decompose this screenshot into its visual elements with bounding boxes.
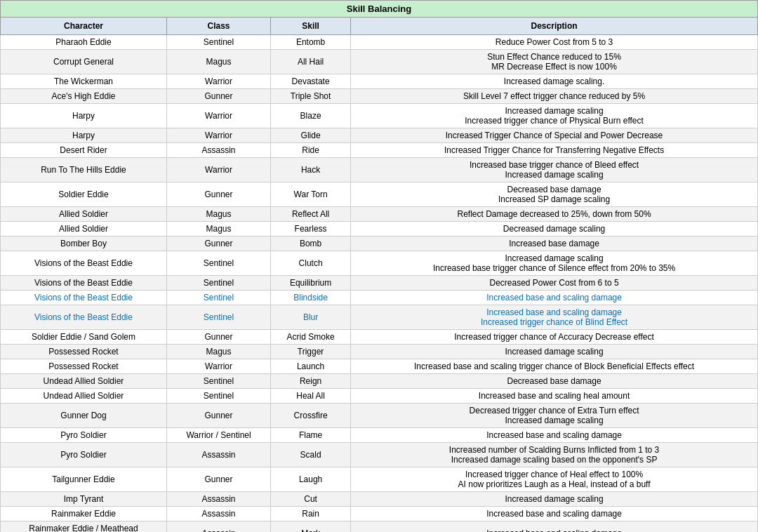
cell-skill: Triple Shot bbox=[271, 89, 351, 104]
cell-character: Pyro Soldier bbox=[1, 443, 167, 467]
cell-skill: Hack bbox=[271, 158, 351, 182]
table-row: Pharaoh EddieSentinelEntombReduce Power … bbox=[1, 35, 758, 50]
header-skill: Skill bbox=[271, 18, 351, 35]
cell-description: Increased damage scaling Increased trigg… bbox=[351, 104, 758, 128]
cell-skill: Blindside bbox=[271, 291, 351, 305]
cell-character: Rainmaker Eddie / Meathead Vampire Hunte… bbox=[1, 521, 167, 533]
cell-character: Desert Rider bbox=[1, 143, 167, 158]
cell-description: Skill Level 7 effect trigger chance redu… bbox=[351, 89, 758, 104]
table-row: Visions of the Beast EddieSentinelBlurIn… bbox=[1, 305, 758, 330]
cell-skill: Acrid Smoke bbox=[271, 330, 351, 345]
header-description: Description bbox=[351, 18, 758, 35]
table-row: Soldier Eddie / Sand GolemGunnerAcrid Sm… bbox=[1, 330, 758, 345]
cell-class: Sentinel bbox=[166, 251, 270, 276]
cell-skill: Blur bbox=[271, 305, 351, 330]
cell-character: Tailgunner Eddie bbox=[1, 467, 167, 492]
cell-description: Increased damage scaling. bbox=[351, 74, 758, 89]
cell-description: Increased damage scaling bbox=[351, 345, 758, 359]
cell-character: Visions of the Beast Eddie bbox=[1, 251, 167, 276]
cell-character: Allied Soldier bbox=[1, 207, 167, 222]
page-wrapper: Skill Balancing Character Class Skill De… bbox=[0, 0, 758, 532]
cell-skill: Scald bbox=[271, 443, 351, 467]
cell-class: Warrior bbox=[166, 359, 270, 374]
cell-class: Sentinel bbox=[166, 276, 270, 291]
cell-character: Visions of the Beast Eddie bbox=[1, 305, 167, 330]
cell-skill: Devastate bbox=[271, 74, 351, 89]
table-title: Skill Balancing bbox=[1, 1, 758, 18]
cell-skill: Laugh bbox=[271, 467, 351, 492]
cell-class: Warrior bbox=[166, 104, 270, 128]
header-class: Class bbox=[166, 18, 270, 35]
cell-description: Increased trigger chance of Heal effect … bbox=[351, 467, 758, 492]
cell-description: Increased number of Scalding Burns Infli… bbox=[351, 443, 758, 467]
cell-class: Sentinel bbox=[166, 305, 270, 330]
table-row: HarpyWarriorBlazeIncreased damage scalin… bbox=[1, 104, 758, 128]
cell-class: Warrior bbox=[166, 74, 270, 89]
cell-skill: Rain bbox=[271, 507, 351, 521]
cell-class: Sentinel bbox=[166, 374, 270, 389]
header-character: Character bbox=[1, 18, 167, 35]
table-row: Bomber BoyGunnerBombIncreased base damag… bbox=[1, 237, 758, 251]
table-row: Corrupt GeneralMagusAll HailStun Effect … bbox=[1, 50, 758, 74]
cell-description: Stun Effect Chance reduced to 15% MR Dec… bbox=[351, 50, 758, 74]
cell-character: The Wickerman bbox=[1, 74, 167, 89]
cell-character: Allied Soldier bbox=[1, 222, 167, 237]
cell-class: Gunner bbox=[166, 404, 270, 428]
cell-class: Gunner bbox=[166, 237, 270, 251]
table-row: Soldier EddieGunnerWar TornDecreased bas… bbox=[1, 182, 758, 207]
cell-skill: Reflect All bbox=[271, 207, 351, 222]
cell-character: Ace's High Eddie bbox=[1, 89, 167, 104]
skill-balancing-table: Skill Balancing Character Class Skill De… bbox=[0, 0, 758, 532]
cell-class: Gunner bbox=[166, 330, 270, 345]
cell-skill: Heal All bbox=[271, 389, 351, 404]
cell-class: Warrior / Sentinel bbox=[166, 428, 270, 443]
cell-class: Assassin bbox=[166, 143, 270, 158]
cell-skill: Trigger bbox=[271, 345, 351, 359]
cell-class: Gunner bbox=[166, 182, 270, 207]
cell-description: Decreased base damage bbox=[351, 374, 758, 389]
table-row: Pyro SoldierWarrior / SentinelFlameIncre… bbox=[1, 428, 758, 443]
cell-class: Magus bbox=[166, 207, 270, 222]
cell-class: Sentinel bbox=[166, 389, 270, 404]
cell-description: Increased trigger chance of Accuracy Dec… bbox=[351, 330, 758, 345]
cell-skill: Crossfire bbox=[271, 404, 351, 428]
cell-description: Increased base trigger chance of Bleed e… bbox=[351, 158, 758, 182]
title-row: Skill Balancing bbox=[1, 1, 758, 18]
cell-class: Assassin bbox=[166, 492, 270, 507]
cell-skill: War Torn bbox=[271, 182, 351, 207]
cell-skill: Glide bbox=[271, 128, 351, 143]
cell-skill: Clutch bbox=[271, 251, 351, 276]
cell-skill: Ride bbox=[271, 143, 351, 158]
cell-character: Soldier Eddie bbox=[1, 182, 167, 207]
cell-skill: Cut bbox=[271, 492, 351, 507]
table-row: Possessed RocketMagusTriggerIncreased da… bbox=[1, 345, 758, 359]
cell-character: Undead Allied Soldier bbox=[1, 374, 167, 389]
table-row: Allied SoldierMagusReflect AllReflect Da… bbox=[1, 207, 758, 222]
table-row: Possessed RocketWarriorLaunchIncreased b… bbox=[1, 359, 758, 374]
table-row: Undead Allied SoldierSentinelHeal AllInc… bbox=[1, 389, 758, 404]
header-row: Character Class Skill Description bbox=[1, 18, 758, 35]
table-row: Rainmaker EddieAssassinRainIncreased bas… bbox=[1, 507, 758, 521]
cell-skill: Reign bbox=[271, 374, 351, 389]
cell-description: Increased base and scaling damage bbox=[351, 507, 758, 521]
cell-class: Warrior bbox=[166, 158, 270, 182]
cell-class: Magus bbox=[166, 50, 270, 74]
table-row: Gunner DogGunnerCrossfireDecreased trigg… bbox=[1, 404, 758, 428]
table-row: Visions of the Beast EddieSentinelClutch… bbox=[1, 251, 758, 276]
cell-class: Magus bbox=[166, 345, 270, 359]
cell-description: Increased damage scaling Increased base … bbox=[351, 251, 758, 276]
table-row: Run To The Hills EddieWarriorHackIncreas… bbox=[1, 158, 758, 182]
cell-skill: Fearless bbox=[271, 222, 351, 237]
cell-character: Soldier Eddie / Sand Golem bbox=[1, 330, 167, 345]
cell-description: Reduce Power Cost from 5 to 3 bbox=[351, 35, 758, 50]
cell-character: Possessed Rocket bbox=[1, 359, 167, 374]
cell-character: Pharaoh Eddie bbox=[1, 35, 167, 50]
cell-class: Sentinel bbox=[166, 35, 270, 50]
cell-character: Bomber Boy bbox=[1, 237, 167, 251]
cell-description: Reflect Damage decreased to 25%, down fr… bbox=[351, 207, 758, 222]
table-row: Visions of the Beast EddieSentinelBlinds… bbox=[1, 291, 758, 305]
cell-class: Assassin bbox=[166, 507, 270, 521]
cell-description: Increased base and scaling heal amount bbox=[351, 389, 758, 404]
cell-description: Decreased base damage Increased SP damag… bbox=[351, 182, 758, 207]
cell-character: Imp Tyrant bbox=[1, 492, 167, 507]
